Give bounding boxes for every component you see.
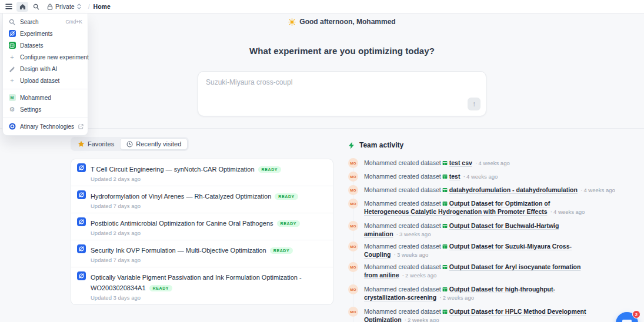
menu-item-organization[interactable]: Atinary Technologies (3, 120, 88, 132)
experiment-title: Security Ink OVP Formulation — Multi-Obj… (91, 247, 266, 254)
activity-actor-action: Mohammed created dataset (364, 222, 441, 229)
hamburger-icon (5, 4, 12, 9)
atinary-logo-icon (9, 123, 16, 130)
menu-item-label: Mohammed (20, 95, 51, 101)
experiment-title: Hydroformylation of Vinyl Arenes — Rh-Ca… (91, 193, 271, 200)
dataset-link[interactable]: datahydrofumulation - datahydrofumulatio… (449, 186, 578, 193)
team-activity-section: Team activity MO Mohammed created datase… (348, 141, 625, 322)
dataset-mini-icon (442, 264, 448, 271)
experiment-row[interactable]: T Cell Circuit Engineering — synNotch-CA… (71, 159, 333, 186)
status-badge: READY (149, 285, 173, 291)
activity-item: MO Mohammed created datasettest·4 weeks … (348, 172, 625, 182)
breadcrumb-page: Home (94, 3, 111, 10)
activity-time: 2 weeks ago (443, 294, 474, 301)
menu-divider (3, 118, 88, 118)
chevron-updown-icon (77, 4, 81, 9)
activity-item: MO Mohammed created datasetOutput Datase… (348, 262, 625, 279)
plus-icon: + (10, 78, 14, 84)
experiment-updated: Updated 7 days ago (91, 203, 298, 209)
lock-icon (47, 4, 53, 10)
tab-favorites[interactable]: Favorites (72, 138, 120, 150)
dot-separator: · (463, 173, 465, 180)
activity-actor-action: Mohammed created dataset (364, 286, 441, 293)
home-button[interactable] (16, 2, 28, 12)
experiment-row[interactable]: Hydroformylation of Vinyl Arenes — Rh-Ca… (71, 186, 333, 213)
clock-icon (126, 141, 133, 147)
avatar: MO (348, 284, 358, 294)
menu-item-label: Design with AI (20, 66, 57, 72)
section-divider (0, 128, 644, 129)
dot-separator: · (394, 251, 396, 258)
dot-separator: · (405, 316, 407, 322)
activity-item: MO Mohammed created datasetdatahydrofumu… (348, 185, 625, 195)
activity-item: MO Mohammed created datasetOutput Datase… (348, 307, 625, 322)
activity-actor-action: Mohammed created dataset (364, 243, 441, 250)
prompt-card: ↑ (198, 71, 486, 116)
avatar: MO (348, 221, 358, 231)
arrow-up-icon: ↑ (472, 100, 476, 108)
activity-item: MO Mohammed created datasetOutput Datase… (348, 221, 625, 238)
experiment-row[interactable]: Security Ink OVP Formulation — Multi-Obj… (71, 240, 333, 267)
tab-label: Recently visited (136, 140, 181, 147)
dot-separator: · (396, 230, 399, 237)
status-badge: READY (275, 193, 298, 200)
sun-icon (288, 18, 296, 26)
dataset-link[interactable]: test (449, 173, 461, 180)
dataset-mini-icon (442, 200, 448, 208)
search-shortcut: Cmd+K (65, 19, 82, 25)
dataset-mini-icon (442, 223, 448, 230)
menu-item-label: Search (20, 19, 39, 25)
greeting: Good afternoon, Mohammed (198, 18, 486, 26)
workspace-selector[interactable]: Private (47, 3, 81, 10)
user-avatar: M (9, 94, 16, 101)
datasets-icon (9, 42, 16, 49)
menu-item-experiments[interactable]: Experiments (3, 28, 88, 39)
menu-toggle-button[interactable] (3, 2, 15, 12)
menu-item-label: Atinary Technologies (20, 123, 74, 130)
activity-actor-action: Mohammed created dataset (364, 200, 441, 207)
experiment-icon (77, 271, 86, 280)
activity-time: 2 weeks ago (405, 272, 436, 279)
dot-separator: · (550, 208, 553, 215)
activity-time: 4 weeks ago (553, 209, 585, 215)
dataset-link[interactable]: test csv (449, 159, 472, 166)
menu-item-search[interactable]: Search Cmd+K (3, 16, 88, 28)
activity-actor-action: Mohammed created dataset (364, 173, 441, 180)
menu-item-design-with-ai[interactable]: Design with AI (3, 63, 88, 75)
status-badge: READY (270, 247, 293, 254)
chat-unread-badge: 2 (632, 310, 640, 318)
menu-item-upload-dataset[interactable]: + Upload dataset (3, 75, 88, 86)
menu-item-label: Upload dataset (20, 78, 59, 84)
topbar-search-button[interactable] (30, 2, 42, 12)
experiment-prompt-input[interactable] (206, 78, 479, 103)
activity-time: 4 weeks ago (478, 160, 509, 166)
experiment-row[interactable]: Postbiotic Antimicrobial Optimization fo… (71, 213, 333, 240)
activity-time: 4 weeks ago (466, 173, 498, 180)
submit-prompt-button[interactable]: ↑ (468, 98, 481, 110)
experiment-icon (77, 190, 86, 199)
experiment-updated: Updated 3 days ago (91, 294, 326, 301)
dataset-mini-icon (442, 243, 448, 251)
menu-item-label: Settings (20, 106, 41, 113)
experiment-title: Optically Variable Pigment Passivation a… (91, 274, 302, 291)
status-badge: READY (258, 166, 282, 173)
dataset-mini-icon (442, 173, 448, 181)
avatar: MO (348, 242, 358, 251)
menu-item-configure-experiment[interactable]: + Configure new experiment (3, 51, 88, 63)
avatar: MO (348, 262, 358, 272)
avatar: MO (348, 307, 358, 317)
experiment-list: T Cell Circuit Engineering — synNotch-CA… (71, 159, 333, 305)
experiment-row[interactable]: Optically Variable Pigment Passivation a… (71, 267, 333, 304)
experiment-icon (77, 217, 86, 226)
tab-recently-visited[interactable]: Recently visited (120, 138, 188, 150)
menu-item-settings[interactable]: ⚙ Settings (3, 103, 88, 115)
experiment-updated: Updated 2 days ago (91, 176, 281, 182)
activity-list: MO Mohammed created datasettest csv·4 we… (348, 158, 625, 322)
activity-item: MO Mohammed created datasetOutput Datase… (348, 284, 625, 301)
experiment-title: Postbiotic Antimicrobial Optimization fo… (91, 220, 273, 227)
experiments-icon (9, 30, 16, 37)
menu-item-profile[interactable]: M Mohammed (3, 92, 88, 103)
menu-divider (3, 89, 88, 89)
menu-item-datasets[interactable]: Datasets (3, 39, 88, 51)
activity-item: MO Mohammed created datasetOutput Datase… (348, 199, 625, 216)
